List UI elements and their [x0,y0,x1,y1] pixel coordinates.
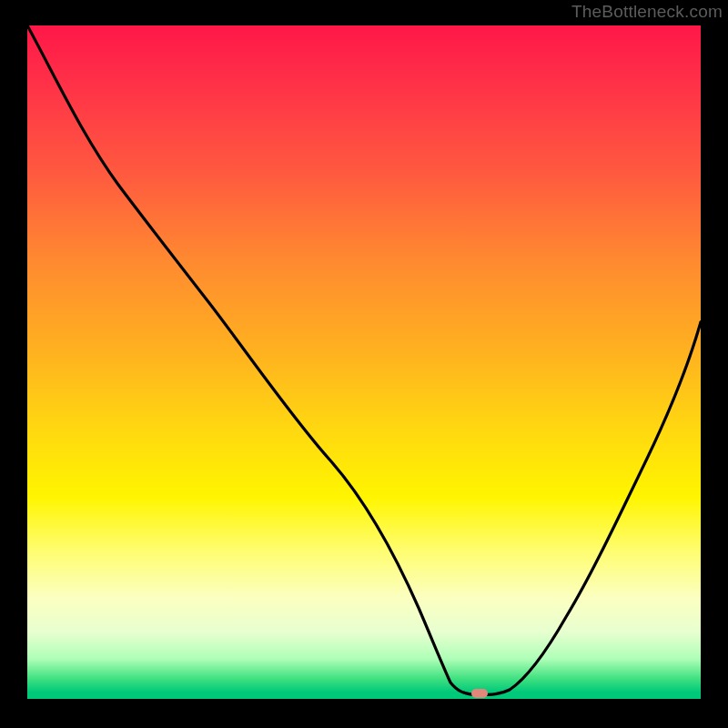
chart-container: TheBottleneck.com [0,0,728,728]
watermark-text: TheBottleneck.com [571,2,723,22]
plot-area [27,25,701,699]
curve-layer [27,25,701,699]
bottleneck-curve [27,25,701,695]
bottleneck-marker [471,689,488,698]
